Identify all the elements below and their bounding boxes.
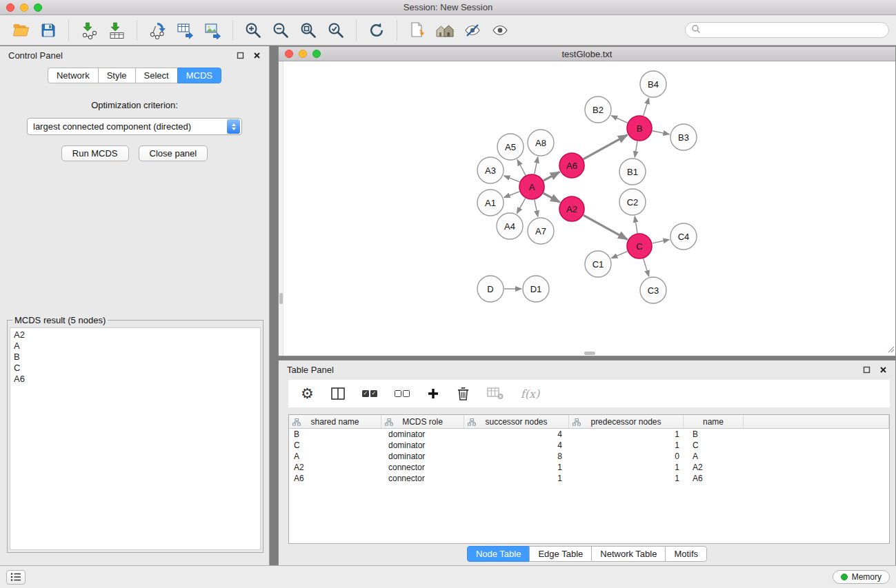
export-table-icon[interactable] (173, 18, 197, 43)
mcds-result-item[interactable]: A2 (14, 330, 257, 341)
tab-mcds[interactable]: MCDS (177, 68, 221, 83)
network-window-titlebar[interactable]: testGlobe.txt (279, 47, 895, 61)
zoom-fit-icon[interactable] (297, 18, 320, 43)
table-cell: 4 (464, 440, 569, 451)
column-header-predecessor-nodes[interactable]: predecessor nodes (569, 415, 684, 428)
graph-edge-A-A3[interactable] (504, 176, 519, 182)
hide-graphics-details-icon[interactable] (461, 18, 484, 43)
table-row[interactable]: A6connector11A6 (289, 473, 889, 484)
graph-edge-C-C4[interactable] (653, 239, 670, 243)
graph-node-label-C1: C1 (593, 259, 604, 270)
canvas-bottom-scroll-thumb[interactable] (584, 352, 595, 355)
open-session-icon[interactable] (9, 18, 32, 43)
deselect-all-icon[interactable] (395, 390, 410, 397)
table-cell: A6 (684, 473, 744, 484)
minimize-window-button[interactable] (20, 3, 28, 12)
graph-edge-A2-C[interactable] (584, 215, 628, 239)
graph-node-label-B2: B2 (593, 105, 604, 115)
graph-edge-B-B4[interactable] (644, 98, 649, 116)
graph-node-label-B4: B4 (648, 79, 659, 90)
close-table-panel-icon[interactable] (878, 365, 888, 375)
float-panel-icon[interactable] (235, 50, 246, 61)
close-panel-button[interactable]: Close panel (139, 145, 208, 161)
tab-style[interactable]: Style (98, 68, 136, 83)
delete-column-trash-icon[interactable] (457, 387, 470, 401)
network-canvas[interactable]: B4B2BB3A5A8A6B1A3AC2A1A2A4A7C4CC1C3DD1 (279, 61, 895, 356)
table-row[interactable]: Cdominator41C (289, 440, 889, 451)
column-header-mcds-role[interactable]: MCDS role (381, 415, 464, 428)
graph-edge-C-C3[interactable] (644, 258, 649, 276)
graph-edge-A-A8[interactable] (535, 157, 538, 174)
tab-node-table[interactable]: Node Table (467, 546, 530, 562)
search-box[interactable] (685, 22, 889, 38)
table-cell: 1 (569, 440, 684, 451)
graph-edge-C-C2[interactable] (635, 216, 637, 233)
home-icon[interactable] (433, 18, 457, 43)
memory-button[interactable]: Memory (833, 570, 890, 584)
mcds-result-item[interactable]: B (14, 352, 257, 363)
table-settings-gear-icon[interactable]: ⚙ (301, 387, 314, 401)
graph-edge-B-B1[interactable] (635, 141, 637, 157)
column-header-name[interactable]: name (684, 415, 744, 428)
mcds-result-item[interactable]: C (14, 363, 257, 374)
network-minimize-button[interactable] (299, 50, 307, 58)
graph-edge-A6-B[interactable] (584, 135, 628, 159)
show-columns-icon[interactable] (331, 387, 345, 400)
tab-network-table[interactable]: Network Table (591, 546, 666, 562)
mcds-result-item[interactable]: A6 (14, 374, 257, 385)
column-header-successor-nodes[interactable]: successor nodes (464, 415, 569, 428)
graph-edge-A-A4[interactable] (517, 199, 525, 214)
mcds-result-list[interactable]: A2ABCA6 (10, 327, 261, 550)
export-network-icon[interactable] (146, 18, 169, 43)
graph-edge-A-A1[interactable] (504, 192, 520, 198)
tab-select[interactable]: Select (135, 68, 178, 83)
mcds-result-item[interactable]: A (14, 341, 257, 352)
export-image-icon[interactable] (201, 18, 224, 43)
save-session-icon[interactable] (37, 18, 60, 43)
canvas-left-scrollbar[interactable] (279, 61, 283, 356)
scrollbar-thumb[interactable] (279, 293, 283, 304)
network-zoom-button[interactable] (312, 50, 321, 58)
zoom-out-icon[interactable] (269, 18, 292, 43)
zoom-window-button[interactable] (34, 3, 42, 12)
control-panel: Control Panel Network Style Select MCDS … (0, 46, 270, 565)
graph-edge-A-A5[interactable] (517, 160, 526, 176)
select-all-icon[interactable]: ✓✓ (362, 390, 377, 397)
table-cell: dominator (381, 429, 464, 440)
resize-grip-icon[interactable] (886, 345, 895, 355)
close-window-button[interactable] (6, 3, 14, 12)
float-table-panel-icon[interactable] (862, 365, 872, 375)
network-close-button[interactable] (285, 50, 293, 58)
graph-edge-A-A7[interactable] (535, 200, 538, 217)
table-row[interactable]: A2connector11A2 (289, 462, 889, 473)
main-toolbar (0, 15, 896, 45)
mcds-result-group: MCDS result (5 nodes) A2ABCA6 (7, 315, 263, 553)
table-panel-header: Table Panel (279, 361, 895, 378)
import-table-icon[interactable] (105, 18, 128, 43)
graph-edge-B-B2[interactable] (611, 116, 628, 123)
zoom-in-icon[interactable] (241, 18, 265, 43)
import-network-icon[interactable] (77, 18, 101, 43)
add-column-icon[interactable] (427, 387, 439, 400)
graph-edge-C-C1[interactable] (611, 252, 627, 258)
task-history-button[interactable] (6, 570, 26, 585)
tab-network[interactable]: Network (48, 68, 99, 83)
search-input[interactable] (704, 26, 883, 35)
table-row[interactable]: Adominator80A (289, 451, 889, 462)
network-view-window: testGlobe.txt B4B2BB3A5A8A6B1A3AC2A1A2A4… (278, 46, 896, 356)
criterion-dropdown[interactable]: largest connected component (directed) (27, 118, 242, 135)
zoom-selected-icon[interactable] (324, 18, 348, 43)
tab-edge-table[interactable]: Edge Table (529, 546, 592, 562)
show-graphics-details-icon[interactable] (488, 18, 512, 43)
tab-motifs[interactable]: Motifs (665, 546, 707, 562)
table-panel-title: Table Panel (287, 365, 334, 375)
graph-edge-A-A6[interactable] (544, 172, 560, 181)
close-panel-icon[interactable] (252, 50, 262, 61)
run-mcds-button[interactable]: Run MCDS (61, 145, 129, 161)
column-header-shared-name[interactable]: shared name (289, 415, 381, 428)
session-transfer-icon[interactable] (406, 18, 429, 43)
apply-layout-icon[interactable] (365, 18, 388, 43)
graph-edge-B-B3[interactable] (653, 131, 670, 134)
table-row[interactable]: Bdominator41B (289, 429, 889, 440)
graph-edge-A-A2[interactable] (544, 193, 560, 202)
